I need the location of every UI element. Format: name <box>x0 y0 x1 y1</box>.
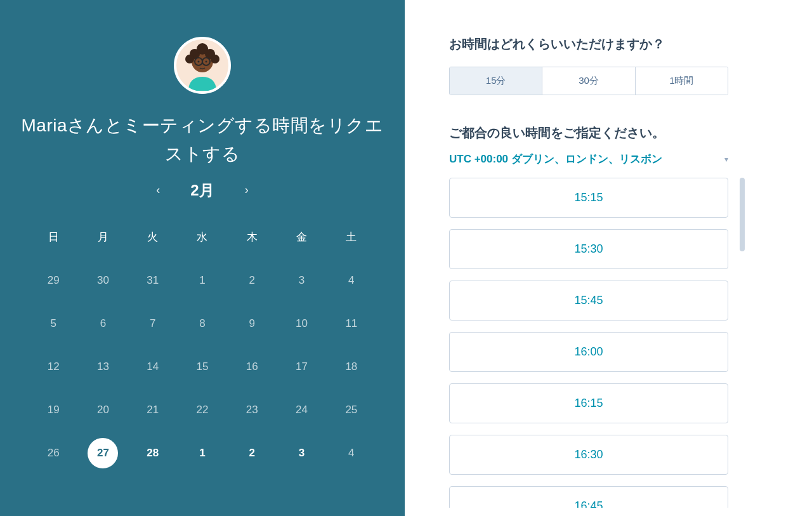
calendar-day: 5 <box>29 302 78 345</box>
svg-point-11 <box>206 61 207 63</box>
time-slot[interactable]: 15:15 <box>449 178 728 218</box>
day-of-week: 水 <box>178 216 227 259</box>
chevron-down-icon: ▾ <box>724 155 728 164</box>
calendar-day: 25 <box>327 388 376 432</box>
calendar-day: 18 <box>327 345 376 388</box>
avatar <box>174 37 231 94</box>
calendar-day: 22 <box>178 388 227 432</box>
day-of-week: 木 <box>227 216 277 259</box>
duration-option[interactable]: 1時間 <box>635 67 728 95</box>
calendar-day: 26 <box>29 432 78 475</box>
calendar-day: 9 <box>227 302 277 345</box>
calendar-day: 8 <box>178 302 227 345</box>
day-of-week: 火 <box>128 216 178 259</box>
calendar-day: 10 <box>277 302 326 345</box>
booking-panel: お時間はどれくらいいただけますか？ 15分30分1時間 ご都合の良い時間をご指定… <box>405 0 812 516</box>
calendar-day: 7 <box>128 302 178 345</box>
day-of-week: 金 <box>277 216 326 259</box>
calendar-day: 17 <box>277 345 326 388</box>
calendar-day: 24 <box>277 388 326 432</box>
time-slot[interactable]: 16:30 <box>449 435 728 475</box>
calendar-day[interactable]: 1 <box>178 432 227 475</box>
duration-selector: 15分30分1時間 <box>449 67 728 95</box>
time-slot[interactable]: 16:45 <box>449 486 728 508</box>
svg-point-10 <box>198 61 200 63</box>
prev-month-button[interactable]: ‹ <box>156 183 160 197</box>
calendar-panel: Mariaさんとミーティングする時間をリクエストする ‹ 2月 › 日月火水木金… <box>0 0 405 516</box>
duration-option[interactable]: 30分 <box>542 67 634 95</box>
next-month-button[interactable]: › <box>245 183 249 197</box>
page-title: Mariaさんとミーティングする時間をリクエストする <box>0 112 405 169</box>
calendar-day: 4 <box>327 259 376 302</box>
calendar-day: 13 <box>78 345 128 388</box>
time-slot[interactable]: 15:30 <box>449 229 728 269</box>
day-of-week: 土 <box>327 216 376 259</box>
calendar-day[interactable]: 27 <box>78 432 128 475</box>
calendar-day: 23 <box>227 388 277 432</box>
calendar-day: 3 <box>277 259 326 302</box>
calendar-day[interactable]: 3 <box>277 432 326 475</box>
time-slot[interactable]: 15:45 <box>449 281 728 321</box>
calendar-day: 21 <box>128 388 178 432</box>
calendar-day: 12 <box>29 345 78 388</box>
svg-point-4 <box>197 43 208 55</box>
month-nav: ‹ 2月 › <box>156 180 248 201</box>
time-question: ご都合の良い時間をご指定ください。 <box>449 124 778 142</box>
avatar-illustration <box>177 40 228 91</box>
calendar-day: 11 <box>327 302 376 345</box>
duration-option[interactable]: 15分 <box>450 67 542 95</box>
calendar-day: 31 <box>128 259 178 302</box>
timezone-dropdown[interactable]: UTC +00:00 ダブリン、ロンドン、リスボン ▾ <box>449 152 728 166</box>
calendar-day[interactable]: 2 <box>227 432 277 475</box>
calendar-day: 6 <box>78 302 128 345</box>
day-of-week: 月 <box>78 216 128 259</box>
svg-point-6 <box>211 55 219 63</box>
calendar-day: 29 <box>29 259 78 302</box>
duration-question: お時間はどれくらいいただけますか？ <box>449 36 778 53</box>
scrollbar[interactable] <box>740 178 745 251</box>
calendar-day: 4 <box>327 432 376 475</box>
calendar-day: 1 <box>178 259 227 302</box>
calendar-day: 19 <box>29 388 78 432</box>
time-slot[interactable]: 16:15 <box>449 383 728 423</box>
calendar-day: 30 <box>78 259 128 302</box>
month-label: 2月 <box>190 180 214 201</box>
day-of-week: 日 <box>29 216 78 259</box>
svg-point-5 <box>185 55 194 63</box>
calendar-day[interactable]: 28 <box>128 432 178 475</box>
calendar-day: 16 <box>227 345 277 388</box>
time-slot[interactable]: 16:00 <box>449 332 728 372</box>
calendar-day: 15 <box>178 345 227 388</box>
time-slot-list: 15:1515:3015:4516:0016:1516:3016:45 <box>449 178 728 508</box>
calendar-day: 20 <box>78 388 128 432</box>
calendar-grid: 日月火水木金土 29303112345678910111213141516171… <box>29 216 376 475</box>
calendar-day: 2 <box>227 259 277 302</box>
timezone-label: UTC +00:00 ダブリン、ロンドン、リスボン <box>449 152 662 166</box>
calendar-day: 14 <box>128 345 178 388</box>
